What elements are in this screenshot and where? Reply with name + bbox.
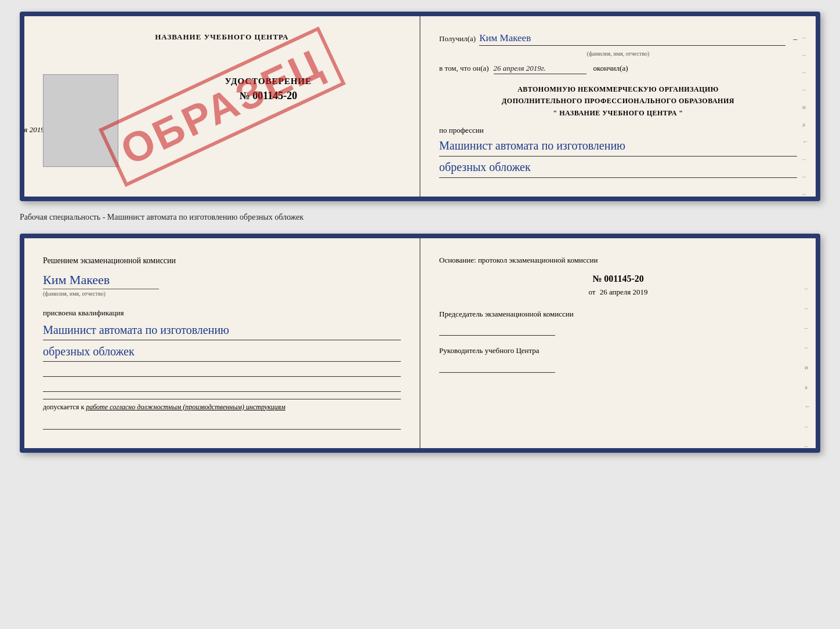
empty-line2 [43,379,401,392]
dash1: – [794,34,798,43]
profession-line2: обрезных обложек [439,159,797,178]
org-name: " НАЗВАНИЕ УЧЕБНОГО ЦЕНТРА " [439,107,797,119]
okonchil-label: окончил(а) [593,64,628,73]
recipient-row: Получил(а) Ким Макеев – [439,32,797,46]
bottom-profession-line1: Машинист автомата по изготовлению [43,321,401,340]
top-document: НАЗВАНИЕ УЧЕБНОГО ЦЕНТРА УДОСТОВЕРЕНИЕ №… [20,12,820,201]
cert-number: № 001145-20 [136,90,401,102]
obrazec-stamp: ОБРАЗЕЦ [98,26,345,187]
profession-line1: Машинист автомата по изготовлению [439,137,797,157]
vtom-row: в том, что он(а) 26 апреля 2019г. окончи… [439,64,797,74]
protocol-date: от 26 апреля 2019 [439,288,797,297]
protocol-number: № 001145-20 [439,274,797,284]
dopuskaetsya-block: допускается к работе согласно должностны… [43,399,401,412]
rukovoditel-block: Руководитель учебного Центра [439,345,797,373]
recipient-name: Ким Макеев [479,32,531,43]
photo-placeholder [43,74,118,167]
bottom-profession-line2: обрезных обложек [43,343,401,362]
cert-body: УДОСТОВЕРЕНИЕ № 001145-20 [136,77,401,102]
empty-line3 [43,417,401,430]
empty-line1 [43,364,401,377]
vydano-date: 26 апреля 2019 [20,125,45,134]
prisvoena-label: присвоена квалификация [43,308,401,318]
right-margin-marks: – – – – и а ← – – – – – [802,16,809,197]
completion-date: 26 апреля 2019г. [494,64,586,74]
udostoverenie-label: УДОСТОВЕРЕНИЕ [136,77,401,86]
resheniem-label: Решением экзаменационной комиссии [43,254,401,267]
bottom-fio-label: (фамилия, имя, отчество) [43,289,159,297]
top-doc-right: Получил(а) Ким Макеев – (фамилия, имя, о… [421,16,816,197]
dopuskaetsya-label: допускается к [43,403,84,411]
fio-sublabel: (фамилия, имя, отчество) [439,50,797,57]
protocol-date-value: 26 апреля 2019 [600,288,648,296]
top-doc-left: НАЗВАНИЕ УЧЕБНОГО ЦЕНТРА УДОСТОВЕРЕНИЕ №… [24,16,421,197]
rukovoditel-signature-line [439,359,555,373]
org-block: АВТОНОМНУЮ НЕКОММЕРЧЕСКУЮ ОРГАНИЗАЦИЮ ДО… [439,83,797,119]
predsedatel-signature-line [439,322,555,336]
ot-label: от [588,288,595,296]
org-line1: АВТОНОМНУЮ НЕКОММЕРЧЕСКУЮ ОРГАНИЗАЦИЮ [439,83,797,95]
po-professii-label: по профессии [439,126,797,135]
predsedatel-block: Председатель экзаменационной комиссии [439,308,797,336]
bottom-right-margin-marks: – – – – и а ← – – – – – [805,238,811,448]
bottom-doc-right: Основание: протокол экзаменационной коми… [421,238,816,448]
cert-school-title: НАЗВАНИЕ УЧЕБНОГО ЦЕНТРА [43,32,401,42]
osnovanie-label: Основание: протокол экзаменационной коми… [439,254,797,267]
predsedatel-label: Председатель экзаменационной комиссии [439,308,797,320]
poluchil-label: Получил(а) [439,34,476,43]
bottom-document: Решением экзаменационной комиссии Ким Ма… [20,234,820,452]
bottom-doc-left: Решением экзаменационной комиссии Ким Ма… [24,238,421,448]
separator-label: Рабочая специальность - Машинист автомат… [20,210,820,224]
bottom-name: Ким Макеев [43,272,401,288]
rabote-text: работе согласно должностным (производств… [86,403,285,411]
vtom-label: в том, что он(а) [439,64,489,73]
org-line2: ДОПОЛНИТЕЛЬНОГО ПРОФЕССИОНАЛЬНОГО ОБРАЗО… [439,95,797,107]
rukovoditel-label: Руководитель учебного Центра [439,345,797,357]
